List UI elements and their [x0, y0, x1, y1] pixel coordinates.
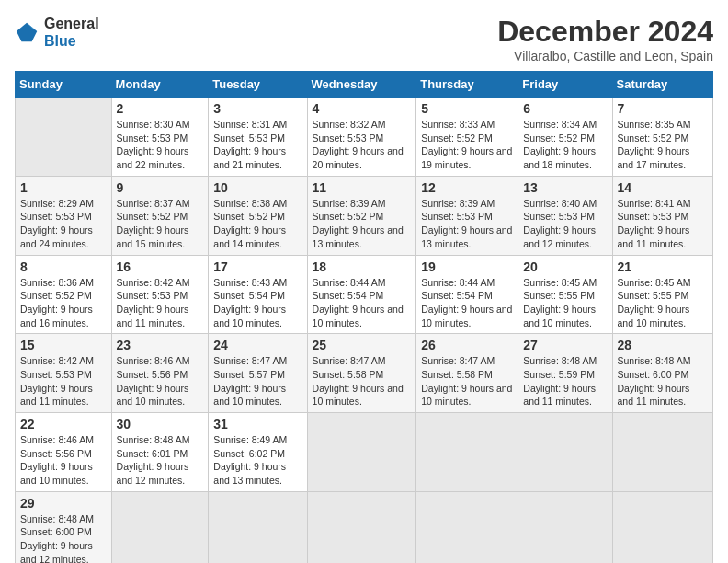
- header: General Blue December 2024 Villaralbo, C…: [15, 15, 713, 63]
- day-number: 6: [523, 101, 607, 116]
- table-cell: 5Sunrise: 8:33 AMSunset: 5:52 PMDaylight…: [416, 98, 518, 177]
- table-cell: [518, 413, 612, 492]
- table-cell: 10Sunrise: 8:38 AMSunset: 5:52 PMDayligh…: [209, 176, 307, 255]
- day-number: 7: [618, 101, 708, 116]
- table-cell: 22Sunrise: 8:46 AMSunset: 5:56 PMDayligh…: [16, 413, 112, 492]
- day-info: Sunrise: 8:45 AMSunset: 5:55 PMDaylight:…: [523, 276, 607, 330]
- day-info: Sunrise: 8:48 AMSunset: 6:01 PMDaylight:…: [117, 433, 204, 488]
- table-cell: 3Sunrise: 8:31 AMSunset: 5:53 PMDaylight…: [209, 98, 307, 177]
- table-cell: 27Sunrise: 8:48 AMSunset: 5:59 PMDayligh…: [518, 334, 612, 413]
- day-info: Sunrise: 8:30 AMSunset: 5:53 PMDaylight:…: [117, 118, 204, 172]
- table-cell: 24Sunrise: 8:47 AMSunset: 5:57 PMDayligh…: [209, 334, 307, 413]
- table-cell: 6Sunrise: 8:34 AMSunset: 5:52 PMDaylight…: [518, 98, 612, 177]
- table-cell: [307, 491, 416, 563]
- day-info: Sunrise: 8:32 AMSunset: 5:53 PMDaylight:…: [313, 118, 412, 172]
- logo: General Blue: [15, 15, 99, 50]
- day-info: Sunrise: 8:48 AMSunset: 6:00 PMDaylight:…: [618, 354, 708, 408]
- table-cell: 17Sunrise: 8:43 AMSunset: 5:54 PMDayligh…: [209, 255, 307, 334]
- day-info: Sunrise: 8:46 AMSunset: 5:56 PMDaylight:…: [117, 354, 204, 408]
- header-friday: Friday: [518, 72, 612, 98]
- day-info: Sunrise: 8:39 AMSunset: 5:53 PMDaylight:…: [421, 197, 513, 251]
- day-info: Sunrise: 8:34 AMSunset: 5:52 PMDaylight:…: [523, 118, 607, 172]
- day-number: 21: [618, 259, 708, 274]
- day-info: Sunrise: 8:42 AMSunset: 5:53 PMDaylight:…: [117, 276, 204, 330]
- svg-marker-0: [17, 23, 37, 42]
- table-cell: 4Sunrise: 8:32 AMSunset: 5:53 PMDaylight…: [307, 98, 416, 177]
- day-number: 28: [618, 338, 708, 352]
- day-number: 2: [117, 101, 204, 116]
- table-cell: [16, 98, 112, 177]
- day-number: 30: [117, 417, 204, 431]
- table-cell: 30Sunrise: 8:48 AMSunset: 6:01 PMDayligh…: [111, 413, 209, 492]
- day-info: Sunrise: 8:48 AMSunset: 5:59 PMDaylight:…: [523, 354, 607, 408]
- table-cell: 15Sunrise: 8:42 AMSunset: 5:53 PMDayligh…: [16, 334, 112, 413]
- table-cell: 18Sunrise: 8:44 AMSunset: 5:54 PMDayligh…: [307, 255, 416, 334]
- day-number: 22: [20, 417, 107, 431]
- day-info: Sunrise: 8:41 AMSunset: 5:53 PMDaylight:…: [618, 197, 708, 251]
- day-info: Sunrise: 8:47 AMSunset: 5:58 PMDaylight:…: [421, 354, 513, 408]
- table-cell: 19Sunrise: 8:44 AMSunset: 5:54 PMDayligh…: [416, 255, 518, 334]
- day-number: 18: [313, 259, 412, 274]
- table-cell: [416, 413, 518, 492]
- day-number: 15: [20, 338, 107, 352]
- table-cell: [307, 413, 416, 492]
- day-number: 10: [213, 180, 301, 195]
- calendar-header: Sunday Monday Tuesday Wednesday Thursday…: [16, 72, 713, 98]
- day-info: Sunrise: 8:36 AMSunset: 5:52 PMDaylight:…: [20, 276, 107, 330]
- main-title: December 2024: [497, 15, 713, 49]
- day-number: 27: [523, 338, 607, 352]
- table-cell: 28Sunrise: 8:48 AMSunset: 6:00 PMDayligh…: [612, 334, 712, 413]
- day-info: Sunrise: 8:43 AMSunset: 5:54 PMDaylight:…: [213, 276, 301, 330]
- header-wednesday: Wednesday: [307, 72, 416, 98]
- table-cell: 21Sunrise: 8:45 AMSunset: 5:55 PMDayligh…: [612, 255, 712, 334]
- table-cell: 13Sunrise: 8:40 AMSunset: 5:53 PMDayligh…: [518, 176, 612, 255]
- day-info: Sunrise: 8:42 AMSunset: 5:53 PMDaylight:…: [20, 354, 107, 408]
- header-tuesday: Tuesday: [209, 72, 307, 98]
- logo-icon: [15, 19, 40, 45]
- day-number: 29: [20, 496, 107, 511]
- calendar-table: Sunday Monday Tuesday Wednesday Thursday…: [15, 71, 713, 563]
- table-cell: 29Sunrise: 8:48 AMSunset: 6:00 PMDayligh…: [16, 491, 112, 563]
- day-number: 26: [421, 338, 513, 352]
- day-info: Sunrise: 8:44 AMSunset: 5:54 PMDaylight:…: [421, 276, 513, 330]
- table-cell: [518, 491, 612, 563]
- subtitle: Villaralbo, Castille and Leon, Spain: [497, 49, 713, 63]
- header-saturday: Saturday: [612, 72, 712, 98]
- day-number: 17: [213, 259, 301, 274]
- day-number: 19: [421, 259, 513, 274]
- header-monday: Monday: [111, 72, 209, 98]
- day-info: Sunrise: 8:49 AMSunset: 6:02 PMDaylight:…: [213, 433, 301, 488]
- day-info: Sunrise: 8:31 AMSunset: 5:53 PMDaylight:…: [213, 118, 301, 172]
- table-cell: [209, 491, 307, 563]
- table-cell: 25Sunrise: 8:47 AMSunset: 5:58 PMDayligh…: [307, 334, 416, 413]
- day-info: Sunrise: 8:48 AMSunset: 6:00 PMDaylight:…: [20, 512, 107, 563]
- table-cell: [416, 491, 518, 563]
- table-cell: 14Sunrise: 8:41 AMSunset: 5:53 PMDayligh…: [612, 176, 712, 255]
- day-number: 9: [117, 180, 204, 195]
- day-info: Sunrise: 8:38 AMSunset: 5:52 PMDaylight:…: [213, 197, 301, 251]
- table-cell: 16Sunrise: 8:42 AMSunset: 5:53 PMDayligh…: [111, 255, 209, 334]
- table-cell: 1Sunrise: 8:29 AMSunset: 5:53 PMDaylight…: [16, 176, 112, 255]
- day-info: Sunrise: 8:46 AMSunset: 5:56 PMDaylight:…: [20, 433, 107, 488]
- table-cell: [111, 491, 209, 563]
- day-info: Sunrise: 8:39 AMSunset: 5:52 PMDaylight:…: [313, 197, 412, 251]
- day-number: 20: [523, 259, 607, 274]
- header-thursday: Thursday: [416, 72, 518, 98]
- table-cell: [612, 413, 712, 492]
- table-cell: 23Sunrise: 8:46 AMSunset: 5:56 PMDayligh…: [111, 334, 209, 413]
- day-number: 1: [20, 180, 107, 195]
- day-info: Sunrise: 8:44 AMSunset: 5:54 PMDaylight:…: [313, 276, 412, 330]
- day-number: 11: [313, 180, 412, 195]
- day-info: Sunrise: 8:45 AMSunset: 5:55 PMDaylight:…: [618, 276, 708, 330]
- day-number: 3: [213, 101, 301, 116]
- day-number: 8: [20, 259, 107, 274]
- table-cell: 12Sunrise: 8:39 AMSunset: 5:53 PMDayligh…: [416, 176, 518, 255]
- day-number: 31: [213, 417, 301, 431]
- day-number: 24: [213, 338, 301, 352]
- day-number: 5: [421, 101, 513, 116]
- day-number: 4: [313, 101, 412, 116]
- table-cell: 8Sunrise: 8:36 AMSunset: 5:52 PMDaylight…: [16, 255, 112, 334]
- table-cell: 31Sunrise: 8:49 AMSunset: 6:02 PMDayligh…: [209, 413, 307, 492]
- day-number: 13: [523, 180, 607, 195]
- day-info: Sunrise: 8:33 AMSunset: 5:52 PMDaylight:…: [421, 118, 513, 172]
